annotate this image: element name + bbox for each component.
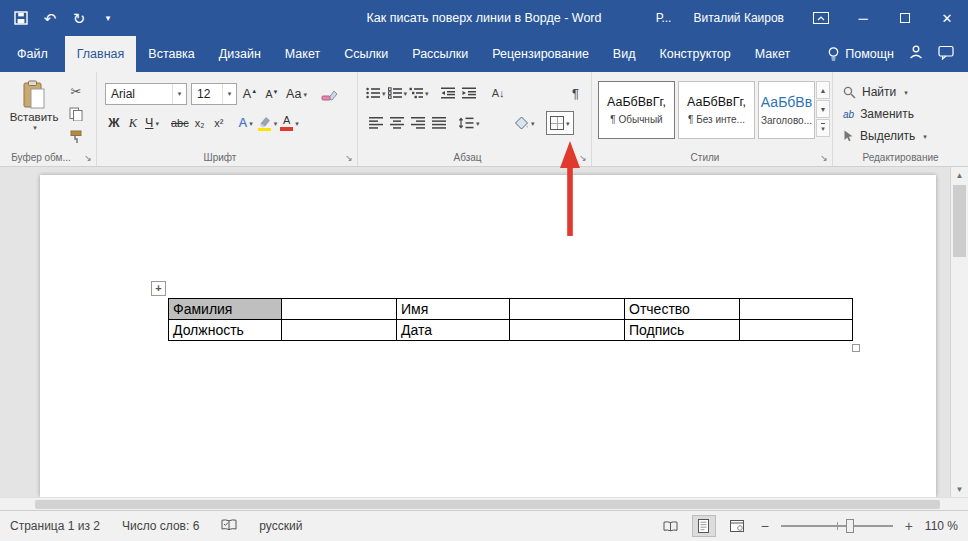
numbering-button[interactable] — [388, 83, 408, 103]
table-move-handle[interactable]: + — [151, 281, 166, 296]
font-color-button[interactable]: А — [279, 113, 300, 133]
font-family-combo[interactable]: Arial — [105, 83, 187, 105]
tab-file[interactable]: Файл — [0, 36, 65, 72]
zoom-in-button[interactable]: + — [902, 518, 916, 534]
scroll-down-button[interactable]: ▼ — [951, 481, 968, 497]
tab-layout[interactable]: Макет — [273, 36, 332, 72]
tab-references[interactable]: Ссылки — [332, 36, 400, 72]
cut-button[interactable]: ✂ — [64, 82, 88, 100]
align-center-button[interactable] — [387, 113, 406, 133]
scroll-up-button[interactable]: ▲ — [951, 167, 968, 183]
underline-button[interactable]: Ч — [143, 113, 161, 133]
table-cell[interactable]: Имя — [397, 299, 510, 320]
format-painter-button[interactable] — [64, 128, 88, 146]
change-case-button[interactable]: Аа — [285, 84, 308, 104]
table-cell[interactable] — [740, 320, 853, 341]
table-cell[interactable]: Отчество — [625, 299, 740, 320]
tab-design[interactable]: Дизайн — [207, 36, 273, 72]
shading-button[interactable] — [514, 113, 535, 133]
paste-button[interactable]: Вставить — [8, 80, 60, 131]
print-layout-button[interactable] — [692, 515, 716, 537]
text-effects-button[interactable]: А — [237, 113, 255, 133]
word-count[interactable]: Число слов: 6 — [122, 519, 199, 533]
horizontal-scroll-thumb[interactable] — [35, 500, 940, 509]
styles-scroll-down-button[interactable]: ▼ — [816, 100, 830, 118]
table-cell[interactable] — [740, 299, 853, 320]
table-cell[interactable]: Должность — [169, 320, 282, 341]
table-cell[interactable] — [282, 299, 397, 320]
share-person-icon[interactable] — [909, 45, 923, 63]
tell-me-button[interactable]: Помощн — [828, 47, 894, 62]
tab-mailings[interactable]: Рассылки — [400, 36, 480, 72]
account-name[interactable]: Виталий Каиров — [693, 11, 784, 25]
align-right-button[interactable] — [408, 113, 427, 133]
subscript-button[interactable]: х₂ — [191, 113, 209, 133]
table-resize-handle[interactable] — [852, 344, 860, 352]
zoom-out-button[interactable]: − — [758, 518, 772, 534]
borders-button[interactable] — [546, 111, 574, 135]
strikethrough-button[interactable]: abc — [170, 113, 190, 133]
font-dialog-launcher[interactable]: ↘ — [343, 152, 355, 164]
undo-icon[interactable]: ↶ — [42, 10, 58, 26]
style-heading1[interactable]: АаБбВв Заголово... — [758, 81, 815, 139]
multilevel-list-button[interactable] — [409, 83, 429, 103]
table-cell[interactable]: Дата — [397, 320, 510, 341]
style-normal[interactable]: АаБбВвГг, ¶ Обычный — [598, 81, 675, 139]
replace-button[interactable]: ab Заменить — [843, 105, 927, 123]
table-cell[interactable]: Подпись — [625, 320, 740, 341]
horizontal-scrollbar[interactable] — [0, 497, 968, 510]
ribbon-display-options-icon[interactable] — [800, 0, 842, 36]
copy-button[interactable] — [64, 105, 88, 123]
redo-icon[interactable]: ↻ — [71, 10, 87, 26]
tab-insert[interactable]: Вставка — [136, 36, 206, 72]
clear-formatting-button[interactable] — [320, 84, 339, 104]
styles-dialog-launcher[interactable]: ↘ — [818, 152, 830, 164]
minimize-button[interactable]: ─ — [842, 0, 884, 36]
highlight-button[interactable] — [256, 113, 279, 133]
zoom-slider-thumb[interactable] — [846, 519, 854, 533]
bold-button[interactable]: Ж — [105, 113, 123, 133]
line-spacing-button[interactable] — [458, 113, 480, 133]
dropdown-icon[interactable] — [172, 84, 186, 104]
tab-table-layout[interactable]: Макет — [743, 36, 802, 72]
comments-icon[interactable] — [938, 45, 954, 64]
qat-customize-icon[interactable]: ▾ — [100, 10, 116, 26]
dropdown-icon[interactable] — [222, 84, 236, 104]
shrink-font-button[interactable]: А▼ — [263, 84, 281, 104]
close-button[interactable]: ✕ — [926, 0, 968, 36]
font-size-combo[interactable]: 12 — [191, 83, 237, 105]
vertical-scroll-thumb[interactable] — [953, 185, 966, 257]
tab-view[interactable]: Вид — [601, 36, 648, 72]
style-no-spacing[interactable]: АаБбВвГг, ¶ Без инте... — [678, 81, 755, 139]
styles-scroll-up-button[interactable]: ▲ — [816, 81, 830, 99]
table-cell[interactable] — [510, 320, 625, 341]
superscript-button[interactable]: х² — [210, 113, 228, 133]
tab-home[interactable]: Главная — [65, 36, 137, 72]
web-layout-button[interactable] — [725, 515, 749, 537]
save-icon[interactable] — [13, 10, 29, 26]
language-indicator[interactable]: русский — [259, 519, 302, 533]
increase-indent-button[interactable] — [460, 83, 479, 103]
align-left-button[interactable] — [366, 113, 385, 133]
show-marks-button[interactable]: ¶ — [566, 83, 585, 103]
zoom-percent[interactable]: 110 % — [925, 519, 958, 533]
styles-more-button[interactable] — [816, 119, 830, 137]
select-button[interactable]: Выделить — [843, 127, 927, 145]
clipboard-dialog-launcher[interactable]: ↘ — [82, 152, 94, 164]
find-button[interactable]: Найти — [843, 83, 927, 101]
italic-button[interactable]: К — [124, 113, 142, 133]
table-cell[interactable]: Фамилия — [169, 299, 282, 320]
grow-font-button[interactable]: А▲ — [241, 84, 259, 104]
maximize-button[interactable] — [884, 0, 926, 36]
dropdown-icon[interactable] — [566, 120, 570, 127]
table-cell[interactable] — [510, 299, 625, 320]
decrease-indent-button[interactable] — [439, 83, 458, 103]
proofing-icon[interactable] — [221, 519, 237, 534]
justify-button[interactable] — [429, 113, 448, 133]
tab-review[interactable]: Рецензирование — [480, 36, 601, 72]
table-cell[interactable] — [282, 320, 397, 341]
document-page[interactable]: + Фамилия Имя Отчество Должность — [40, 175, 936, 497]
sort-button[interactable]: А↓ — [489, 83, 508, 103]
zoom-slider[interactable] — [781, 519, 893, 533]
read-mode-button[interactable] — [659, 515, 683, 537]
